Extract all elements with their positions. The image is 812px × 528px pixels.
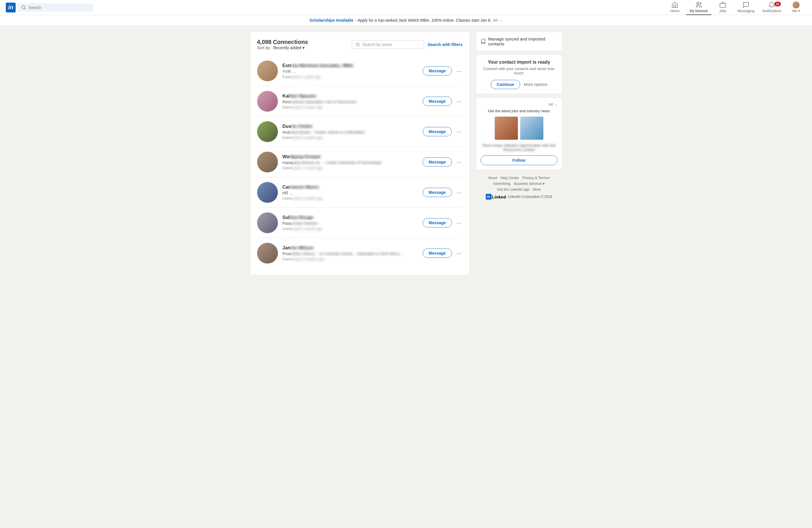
- footer-get-app[interactable]: Get the LinkedIn app: [497, 188, 529, 192]
- avatar: [257, 60, 278, 81]
- chevron-down-icon: ▾: [303, 45, 305, 50]
- footer-row-2: Advertising Business Services ▾: [476, 182, 563, 186]
- message-button[interactable]: Message: [423, 127, 452, 136]
- search-icon: [21, 5, 26, 10]
- sort-dropdown[interactable]: Recently added ▾: [273, 45, 305, 50]
- manage-contacts-link[interactable]: Manage synced and imported contacts: [480, 36, 557, 46]
- avatar: [257, 182, 278, 203]
- connection-title: Prosthetics Recor… & Cosmetic Denta… Edu…: [282, 251, 418, 256]
- connection-title: managing director at … Creek University …: [282, 160, 418, 165]
- message-button[interactable]: Message: [423, 188, 452, 197]
- avatar: [257, 243, 278, 264]
- sort-label: Sort by:: [257, 45, 271, 50]
- more-options-button[interactable]: ···: [455, 97, 463, 106]
- message-button[interactable]: Message: [423, 97, 452, 106]
- footer-privacy-terms[interactable]: Privacy & Terms ▾: [523, 176, 550, 180]
- message-button[interactable]: Message: [423, 66, 452, 75]
- sort-value: Recently added: [273, 45, 301, 50]
- connections-title: 4,098 Connections: [257, 39, 308, 45]
- search-input[interactable]: [28, 5, 90, 10]
- connection-name: Sullina Rouge: [282, 215, 418, 220]
- connection-title: Passionate Teacher: [282, 221, 418, 226]
- connection-name: Dustin Chelm: [282, 124, 418, 129]
- sort-row: Sort by: Recently added ▾: [257, 45, 308, 50]
- connection-name: Estrina Martínez-González, MBA: [282, 63, 418, 68]
- search-icon: [356, 42, 360, 47]
- message-button[interactable]: Message: [423, 249, 452, 258]
- home-icon: [671, 1, 678, 9]
- nav-item-jobs[interactable]: Jobs: [713, 0, 733, 15]
- nav-search-box[interactable]: [18, 3, 93, 12]
- footer-help-center[interactable]: Help Center: [501, 176, 519, 180]
- search-with-filters-link[interactable]: Search with filters: [427, 42, 463, 47]
- footer-more[interactable]: More: [533, 188, 541, 192]
- nav-item-messaging[interactable]: Messaging: [734, 0, 758, 15]
- message-button[interactable]: Message: [423, 157, 452, 167]
- ad-description: Get the latest jobs and industry news: [480, 109, 557, 113]
- footer-copyright: LinkedIn Corporation © 2019: [508, 195, 552, 199]
- table-row: Estrina Martínez-González, MBA YVR Board…: [257, 56, 463, 86]
- follow-button[interactable]: Follow: [480, 155, 557, 165]
- nav-home-label: Home: [670, 9, 679, 13]
- nav-item-my-network[interactable]: My Network: [686, 0, 711, 15]
- nav-messaging-label: Messaging: [738, 9, 754, 13]
- nav-network-label: My Network: [690, 9, 708, 13]
- connection-actions: Message ···: [423, 97, 463, 106]
- connection-actions: Message ···: [423, 249, 463, 258]
- connection-actions: Message ···: [423, 188, 463, 197]
- nav-items: Home My Network Jobs Messaging: [665, 0, 806, 15]
- svg-line-1: [25, 9, 26, 9]
- connection-actions: Message ···: [423, 218, 463, 228]
- ad-image-1: [495, 117, 518, 140]
- connection-info: Carmeron Myers HR Manager at Amaze… Huma…: [282, 185, 418, 201]
- connection-title: Assistant Buyer - Travel, Sports & Colle…: [282, 130, 418, 134]
- footer-advertising[interactable]: Advertising: [493, 182, 510, 186]
- connection-name: Kaitlyn Nguyen: [282, 93, 418, 99]
- footer-about[interactable]: About: [488, 176, 497, 180]
- connection-time: Connected 1 month ago: [282, 226, 418, 231]
- svg-point-4: [356, 43, 359, 46]
- jobs-icon: [719, 1, 726, 9]
- ad-banner-text: - Apply for a top-ranked Jack Welch MBA,…: [355, 18, 492, 23]
- nav-item-profile[interactable]: Me ▾: [786, 0, 806, 15]
- avatar: [257, 91, 278, 112]
- more-options-button[interactable]: ···: [455, 158, 463, 167]
- book-icon: [480, 39, 486, 44]
- name-search-input[interactable]: [362, 42, 420, 47]
- svg-point-2: [697, 2, 699, 5]
- more-options-button[interactable]: ···: [455, 188, 463, 197]
- connection-name: Wolfgang Knopel: [282, 154, 418, 159]
- ad-banner: Scholarships Available - Apply for a top…: [0, 15, 812, 26]
- connection-title: Recruitment Specialist, City of Vancouve…: [282, 100, 418, 104]
- connection-info: Kaitlyn Nguyen Recruitment Specialist, C…: [282, 93, 418, 109]
- table-row: Wolfgang Knopel managing director at … C…: [257, 147, 463, 177]
- ad-dots-button[interactable]: ···: [499, 18, 503, 23]
- avatar: [257, 121, 278, 142]
- ad-menu-icon[interactable]: ···: [554, 102, 557, 106]
- more-options-button[interactable]: ···: [455, 218, 463, 228]
- connections-list: Estrina Martínez-González, MBA YVR Board…: [257, 56, 463, 268]
- nav-item-notifications[interactable]: 15 Notifications: [759, 0, 785, 15]
- connection-actions: Message ···: [423, 127, 463, 136]
- chevron-down-icon: ▾: [543, 182, 545, 186]
- continue-button[interactable]: Continue: [491, 80, 521, 89]
- more-options-button[interactable]: ···: [455, 67, 463, 75]
- connection-name: Janine Wilson: [282, 245, 418, 251]
- ad-banner-link[interactable]: Scholarships Available: [309, 18, 353, 23]
- notification-badge: 15: [774, 2, 781, 6]
- linkedin-logo[interactable]: in: [6, 3, 16, 12]
- connection-time: Connected 3 weeks ago: [282, 135, 418, 140]
- footer-business-services[interactable]: Business Services ▾: [514, 182, 545, 186]
- table-row: Dustin Chelm Assistant Buyer - Travel, S…: [257, 117, 463, 147]
- more-options-button[interactable]: More options: [524, 82, 547, 87]
- search-box[interactable]: [352, 40, 424, 49]
- more-options-button[interactable]: ···: [455, 127, 463, 136]
- nav-me-label: Me ▾: [792, 9, 800, 13]
- more-options-button[interactable]: ···: [455, 249, 463, 258]
- ad-label: Ad: [549, 102, 553, 106]
- message-button[interactable]: Message: [423, 218, 452, 228]
- connection-title: YVR Board of Education, Career Consultan…: [282, 69, 418, 74]
- svg-rect-3: [720, 3, 726, 8]
- connection-info: Dustin Chelm Assistant Buyer - Travel, S…: [282, 124, 418, 140]
- nav-item-home[interactable]: Home: [665, 0, 685, 15]
